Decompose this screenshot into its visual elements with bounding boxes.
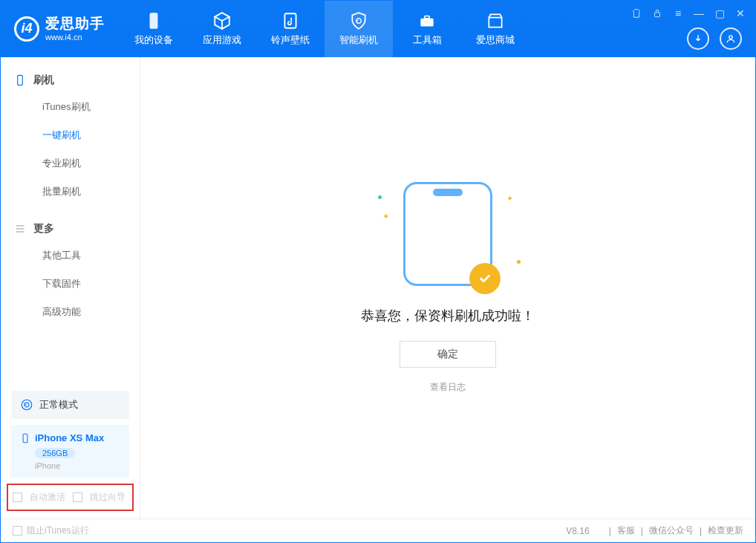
app-logo: i4 爱思助手 www.i4.cn — [1, 16, 112, 42]
nav-item-advanced[interactable]: 高级功能 — [1, 298, 140, 326]
sparkle-icon: ✦ — [506, 194, 513, 204]
header-user-controls — [687, 27, 742, 50]
cube-icon — [212, 11, 232, 30]
header: i4 爱思助手 www.i4.cn 我的设备 应用游戏 铃声壁纸 智能刷机 — [1, 1, 755, 57]
block-itunes-checkbox[interactable] — [13, 526, 22, 536]
main-content: ✦ ✦ 恭喜您，保资料刷机成功啦！ 确定 查看日志 — [140, 57, 755, 518]
footer: 阻止iTunes运行 V8.16 | 客服 | 微信公众号 | 检查更新 — [1, 518, 755, 542]
app-window: i4 爱思助手 www.i4.cn 我的设备 应用游戏 铃声壁纸 智能刷机 — [0, 0, 756, 543]
refresh-icon — [20, 398, 33, 412]
maximize-button[interactable]: ▢ — [711, 5, 729, 22]
download-button[interactable] — [687, 27, 709, 50]
tab-smart-flash[interactable]: 智能刷机 — [325, 1, 393, 57]
menu-icon[interactable]: ≡ — [669, 5, 687, 22]
phone-icon — [144, 11, 163, 30]
top-tabs: 我的设备 应用游戏 铃声壁纸 智能刷机 工具箱 爱思商城 — [120, 1, 529, 57]
phone-small-icon — [14, 74, 26, 86]
block-itunes-label: 阻止iTunes运行 — [27, 524, 89, 537]
list-icon — [14, 223, 26, 235]
skip-wizard-checkbox[interactable] — [73, 492, 82, 502]
tab-apps-games[interactable]: 应用游戏 — [188, 1, 256, 57]
nav-item-itunes-flash[interactable]: iTunes刷机 — [1, 93, 140, 121]
device-storage: 256GB — [35, 448, 75, 458]
skip-wizard-label: 跳过向导 — [90, 491, 126, 504]
auto-activate-checkbox[interactable] — [13, 492, 22, 502]
tab-ringtones-wallpapers[interactable]: 铃声壁纸 — [256, 1, 325, 57]
tab-toolbox[interactable]: 工具箱 — [393, 1, 461, 57]
device-name: iPhone XS Max — [35, 432, 104, 443]
svg-rect-6 — [18, 75, 23, 85]
nav-header-flash: 刷机 — [1, 74, 140, 93]
nav-section-more: 更多 其他工具 下载固件 高级功能 — [1, 206, 140, 326]
shield-refresh-icon — [349, 11, 368, 30]
success-text: 恭喜您，保资料刷机成功啦！ — [361, 307, 535, 325]
logo-badge-icon: i4 — [14, 16, 39, 42]
app-subtitle: www.i4.cn — [45, 33, 105, 42]
svg-rect-8 — [23, 434, 27, 443]
svg-point-5 — [729, 36, 732, 39]
device-icon — [20, 433, 30, 443]
store-icon — [486, 11, 505, 30]
decor-dot-icon — [517, 260, 521, 264]
minimize-button[interactable]: ― — [690, 5, 708, 22]
close-button[interactable]: ✕ — [731, 5, 749, 22]
sidebar: 刷机 iTunes刷机 一键刷机 专业刷机 批量刷机 更多 其他工具 下载固件 … — [1, 57, 140, 518]
footer-link-wechat[interactable]: 微信公众号 — [649, 524, 694, 537]
window-controls: ≡ ― ▢ ✕ — [628, 5, 749, 22]
footer-left: 阻止iTunes运行 — [13, 524, 89, 537]
svg-rect-0 — [150, 13, 158, 29]
nav-item-batch-flash[interactable]: 批量刷机 — [1, 178, 140, 206]
sparkle-icon: ✦ — [382, 212, 389, 221]
success-check-icon — [469, 263, 501, 294]
mode-label: 正常模式 — [39, 398, 78, 412]
tab-my-device[interactable]: 我的设备 — [120, 1, 188, 57]
body: 刷机 iTunes刷机 一键刷机 专业刷机 批量刷机 更多 其他工具 下载固件 … — [1, 57, 755, 518]
options-row: 自动激活 跳过向导 — [7, 484, 134, 511]
nav-item-other-tools[interactable]: 其他工具 — [1, 241, 140, 270]
view-log-link[interactable]: 查看日志 — [430, 381, 466, 394]
app-title: 爱思助手 — [45, 16, 105, 33]
nav-item-pro-flash[interactable]: 专业刷机 — [1, 149, 140, 178]
success-illustration: ✦ ✦ — [403, 182, 492, 286]
footer-right: V8.16 | 客服 | 微信公众号 | 检查更新 — [566, 524, 743, 537]
device-name-row: iPhone XS Max — [20, 432, 120, 443]
skin-icon[interactable] — [628, 5, 645, 22]
svg-rect-1 — [284, 13, 296, 28]
auto-activate-label: 自动激活 — [30, 491, 65, 504]
tab-store[interactable]: 爱思商城 — [461, 1, 529, 57]
footer-link-update[interactable]: 检查更新 — [708, 524, 743, 537]
lock-icon[interactable] — [648, 5, 666, 22]
user-button[interactable] — [720, 27, 742, 50]
svg-rect-4 — [655, 13, 660, 17]
nav-section-flash: 刷机 iTunes刷机 一键刷机 专业刷机 批量刷机 — [1, 57, 140, 206]
nav-item-download-firmware[interactable]: 下载固件 — [1, 270, 140, 298]
device-card[interactable]: iPhone XS Max 256GB iPhone — [11, 425, 129, 478]
device-type: iPhone — [35, 461, 120, 470]
decor-dot-icon — [378, 195, 382, 199]
svg-rect-2 — [420, 19, 433, 27]
sidebar-bottom: 正常模式 iPhone XS Max 256GB iPhone 自动激活 跳过向… — [1, 385, 140, 518]
svg-rect-3 — [425, 16, 430, 19]
version-label: V8.16 — [566, 526, 589, 536]
mode-card[interactable]: 正常模式 — [11, 391, 129, 419]
music-file-icon — [281, 11, 300, 30]
nav-header-more: 更多 — [1, 222, 140, 241]
footer-link-support[interactable]: 客服 — [617, 524, 635, 537]
ok-button[interactable]: 确定 — [400, 341, 496, 368]
nav-item-one-click-flash[interactable]: 一键刷机 — [1, 121, 140, 149]
phone-outline-icon — [403, 182, 492, 286]
toolbox-icon — [417, 11, 437, 30]
